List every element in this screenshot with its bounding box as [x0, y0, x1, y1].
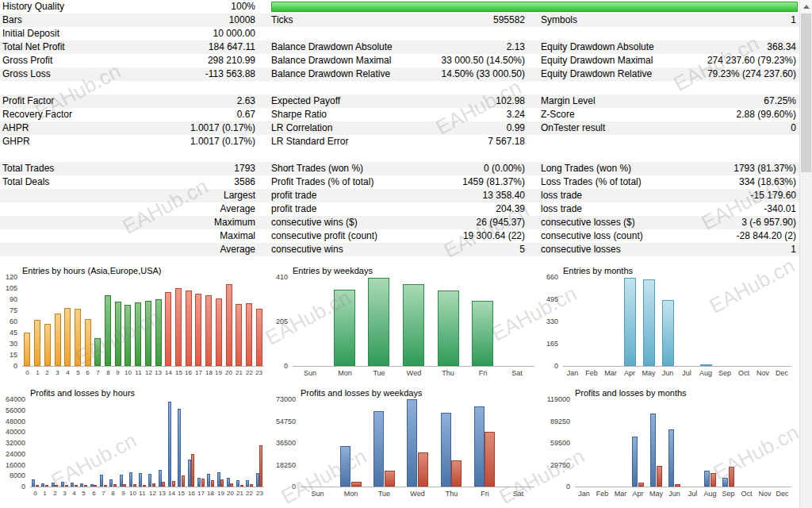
- x-axis-label: Jun: [665, 490, 684, 498]
- y-axis-label: 8000: [2, 471, 25, 479]
- y-axis-label: 90: [2, 295, 17, 303]
- profit-bar: [207, 474, 210, 487]
- x-axis-label: Jul: [684, 490, 702, 498]
- bar: [205, 295, 212, 366]
- loss-bar: [451, 460, 462, 487]
- chart-pl-by-weekdays: Profits and losses by weekdays0182503650…: [272, 387, 541, 506]
- loss-bar: [104, 485, 107, 487]
- profit-bar: [80, 483, 83, 487]
- loss-bar: [152, 483, 155, 487]
- bar: [403, 284, 424, 366]
- y-axis-label: 495: [542, 295, 558, 303]
- y-axis-label: 16000: [2, 461, 25, 469]
- bar: [85, 319, 91, 366]
- bar: [216, 298, 222, 366]
- profit-bar: [168, 402, 171, 487]
- loss-bar: [259, 445, 262, 487]
- x-axis-label: Thu: [435, 490, 469, 498]
- x-axis-label: Thu: [431, 369, 465, 377]
- loss-bar: [710, 473, 716, 487]
- x-axis-label: 8: [108, 490, 118, 497]
- vertical-scrollbar[interactable]: [799, 0, 812, 508]
- profit-bar: [650, 414, 656, 487]
- x-axis-label: Oct: [737, 490, 756, 498]
- loss-bar: [65, 485, 68, 487]
- y-axis-label: 119000: [542, 395, 570, 403]
- chart-title: Profits and losses by weekdays: [301, 388, 422, 398]
- profit-bar: [668, 429, 674, 487]
- x-axis-label: 21: [234, 369, 244, 376]
- loss-bar: [485, 432, 495, 487]
- y-axis-label: 45: [2, 329, 17, 337]
- profit-bar: [109, 479, 113, 487]
- backtest-report-panel: History Quality100%Bars10008Ticks595582S…: [0, 0, 812, 508]
- bar: [75, 309, 81, 366]
- loss-bar: [351, 482, 362, 487]
- y-axis-label: 660: [542, 273, 558, 281]
- chart-plot: [293, 277, 534, 367]
- x-axis-label: 10: [123, 369, 133, 376]
- x-axis-label: 22: [244, 490, 255, 497]
- chart-title: Profits and losses by months: [575, 388, 687, 398]
- chart-plot: [575, 399, 791, 487]
- chart-title: Entries by hours (Asia,Europe,USA): [22, 266, 161, 275]
- x-axis-label: Mon: [334, 490, 368, 498]
- loss-bar: [55, 485, 58, 487]
- x-axis-label: Jan: [563, 369, 582, 377]
- x-axis-label: 13: [153, 369, 163, 376]
- chart-entries-by-months: Entries by months0165330495660JanFebMarA…: [542, 264, 798, 385]
- bar: [472, 301, 493, 366]
- loss-bar: [36, 485, 39, 487]
- loss-bar: [418, 452, 428, 487]
- y-axis-label: 330: [542, 318, 558, 325]
- loss-bar: [45, 485, 48, 487]
- bar: [44, 324, 51, 366]
- x-axis-label: 23: [255, 490, 265, 497]
- x-axis-label: May: [639, 369, 658, 377]
- bar: [195, 294, 201, 366]
- x-axis-label: Tue: [362, 369, 396, 377]
- x-axis-label: 5: [79, 490, 89, 497]
- x-axis-label: 11: [137, 490, 147, 497]
- x-axis-label: Aug: [696, 369, 715, 377]
- loss-bar: [250, 484, 253, 487]
- x-axis-label: Wed: [400, 490, 435, 498]
- profit-bar: [32, 479, 35, 487]
- x-axis-label: 2: [42, 369, 52, 376]
- y-axis-label: 32000: [2, 439, 25, 447]
- x-axis-label: 15: [176, 490, 186, 497]
- loss-bar: [729, 467, 734, 487]
- scroll-up-button[interactable]: [800, 0, 812, 13]
- y-axis-label: 205: [272, 318, 288, 325]
- y-axis-label: 29750: [542, 461, 570, 469]
- chart-entries-by-weekdays: Entries by weekdays0205410SunMonTueWedTh…: [272, 264, 541, 385]
- bar: [145, 301, 151, 366]
- chart-title: Entries by weekdays: [293, 266, 373, 275]
- bar: [236, 304, 242, 366]
- chart-pl-by-months: Profits and losses by months029750595008…: [542, 387, 798, 506]
- x-axis-label: Mar: [601, 369, 620, 377]
- x-axis-label: 11: [133, 369, 144, 376]
- x-axis-label: Mar: [611, 490, 630, 498]
- y-axis-label: 56000: [2, 406, 25, 414]
- loss-bar: [638, 483, 644, 487]
- y-axis-label: 0: [542, 483, 570, 491]
- y-axis-label: 60: [2, 318, 17, 325]
- scrollbar-thumb[interactable]: [801, 13, 811, 172]
- chart-plot: [563, 277, 791, 367]
- loss-bar: [113, 484, 117, 487]
- x-axis-label: 9: [113, 369, 123, 376]
- bar: [55, 314, 61, 366]
- profit-bar: [236, 480, 239, 487]
- profit-bar: [407, 399, 417, 487]
- x-axis-label: Wed: [396, 369, 431, 377]
- bar: [135, 302, 141, 366]
- loss-bar: [657, 466, 662, 487]
- y-axis-label: 30: [2, 340, 17, 348]
- chart-title: Profits and losses by hours: [30, 388, 135, 398]
- bar: [24, 333, 30, 366]
- y-axis-label: 0: [2, 483, 25, 491]
- loss-bar: [133, 484, 136, 487]
- profit-bar: [441, 413, 451, 487]
- chart-entries-by-hours: Entries by hours (Asia,Europe,USA)015304…: [2, 264, 270, 385]
